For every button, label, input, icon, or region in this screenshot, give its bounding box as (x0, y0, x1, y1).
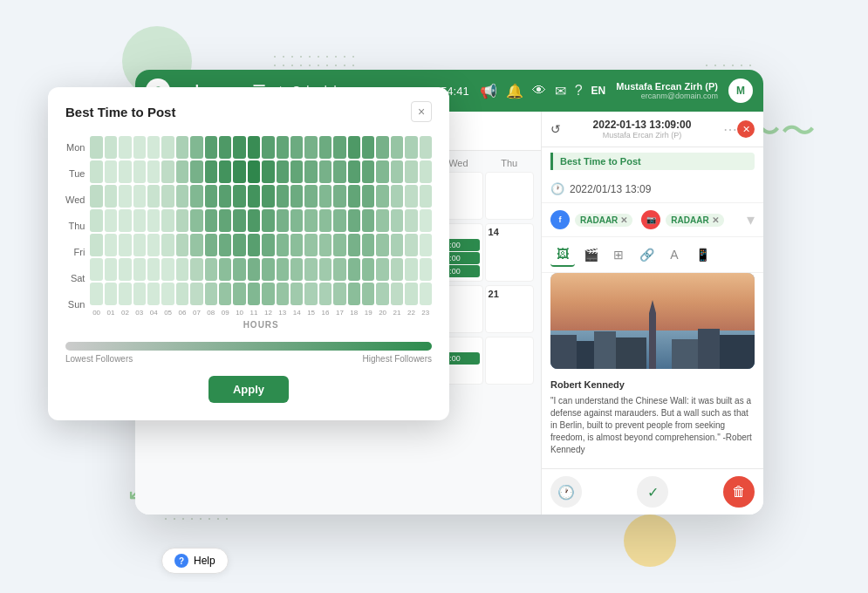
hm-cell-day5-hour12[interactable] (262, 258, 274, 281)
hm-cell-day0-hour9[interactable] (219, 136, 231, 159)
hm-cell-day3-hour11[interactable] (248, 209, 260, 232)
hm-cell-day2-hour11[interactable] (248, 185, 260, 208)
hm-cell-day0-hour22[interactable] (405, 136, 417, 159)
hm-cell-day3-hour13[interactable] (277, 209, 289, 232)
account-tag-close-2[interactable]: ✕ (712, 215, 719, 225)
hm-cell-day6-hour7[interactable] (190, 283, 202, 305)
hm-cell-day0-hour7[interactable] (190, 136, 202, 159)
hm-cell-day4-hour2[interactable] (119, 234, 131, 256)
hm-cell-day2-hour21[interactable] (391, 185, 403, 208)
hm-cell-day5-hour1[interactable] (105, 258, 117, 281)
hm-cell-day4-hour4[interactable] (147, 234, 160, 256)
hm-cell-day3-hour15[interactable] (304, 209, 317, 232)
hm-cell-day5-hour4[interactable] (147, 258, 160, 281)
cal-cell-21[interactable]: 21 (485, 285, 534, 333)
hm-cell-day1-hour18[interactable] (348, 160, 360, 183)
hm-cell-day3-hour1[interactable] (105, 209, 117, 232)
hm-cell-day5-hour10[interactable] (233, 258, 245, 281)
hm-cell-day2-hour9[interactable] (219, 185, 231, 208)
help-button[interactable]: ? Help (161, 548, 229, 574)
hm-cell-day3-hour19[interactable] (362, 209, 374, 232)
hm-cell-day3-hour8[interactable] (205, 209, 217, 232)
hm-cell-day2-hour7[interactable] (190, 185, 202, 208)
hm-cell-day1-hour8[interactable] (205, 160, 217, 183)
hm-cell-day0-hour17[interactable] (333, 136, 345, 159)
hm-cell-day6-hour12[interactable] (262, 283, 274, 305)
hm-cell-day6-hour6[interactable] (176, 283, 188, 305)
hm-cell-day6-hour18[interactable] (348, 283, 360, 305)
hm-cell-day2-hour14[interactable] (290, 185, 303, 208)
hm-cell-day6-hour5[interactable] (161, 283, 174, 305)
hm-cell-day4-hour14[interactable] (290, 234, 303, 256)
hm-cell-day0-hour15[interactable] (304, 136, 317, 159)
hm-cell-day2-hour3[interactable] (133, 185, 146, 208)
hm-cell-day3-hour21[interactable] (391, 209, 403, 232)
hm-cell-day4-hour22[interactable] (405, 234, 417, 256)
hm-cell-day5-hour16[interactable] (319, 258, 331, 281)
hm-cell-day4-hour11[interactable] (248, 234, 260, 256)
language-selector[interactable]: EN (591, 85, 606, 97)
cal-cell-14x[interactable]: 14 (485, 223, 534, 282)
hm-cell-day2-hour0[interactable] (90, 185, 102, 208)
hm-cell-day4-hour20[interactable] (376, 234, 388, 256)
hm-cell-day5-hour8[interactable] (205, 258, 217, 281)
hm-cell-day1-hour2[interactable] (119, 160, 131, 183)
hm-cell-day4-hour21[interactable] (391, 234, 403, 256)
hm-cell-day3-hour0[interactable] (90, 209, 102, 232)
hm-cell-day0-hour3[interactable] (133, 136, 146, 159)
hm-cell-day1-hour15[interactable] (304, 160, 317, 183)
hm-cell-day1-hour21[interactable] (391, 160, 403, 183)
hm-cell-day4-hour5[interactable] (161, 234, 174, 256)
account-tag-radaar-2[interactable]: RADAAR ✕ (666, 214, 723, 227)
hm-cell-day5-hour13[interactable] (277, 258, 289, 281)
hm-cell-day4-hour17[interactable] (333, 234, 345, 256)
media-tab-grid[interactable]: ⊞ (606, 242, 631, 267)
hm-cell-day5-hour2[interactable] (119, 258, 131, 281)
mail-icon[interactable]: ✉ (555, 83, 566, 99)
hm-cell-day2-hour8[interactable] (205, 185, 217, 208)
hm-cell-day6-hour23[interactable] (420, 283, 432, 305)
apply-button[interactable]: Apply (208, 376, 289, 403)
hm-cell-day0-hour23[interactable] (420, 136, 432, 159)
hm-cell-day1-hour0[interactable] (90, 160, 102, 183)
hm-cell-day6-hour22[interactable] (405, 283, 417, 305)
hm-cell-day2-hour12[interactable] (262, 185, 274, 208)
hm-cell-day3-hour18[interactable] (348, 209, 360, 232)
hm-cell-day5-hour11[interactable] (248, 258, 260, 281)
hm-cell-day3-hour4[interactable] (147, 209, 160, 232)
hm-cell-day2-hour15[interactable] (304, 185, 317, 208)
hm-cell-day5-hour6[interactable] (176, 258, 188, 281)
hm-cell-day3-hour7[interactable] (190, 209, 202, 232)
hm-cell-day4-hour1[interactable] (105, 234, 117, 256)
hm-cell-day6-hour21[interactable] (391, 283, 403, 305)
hm-cell-day6-hour15[interactable] (304, 283, 317, 305)
hm-cell-day6-hour17[interactable] (333, 283, 345, 305)
bttp-close-button[interactable]: × (411, 101, 432, 122)
schedule-button[interactable]: 🕐 (550, 476, 582, 508)
hm-cell-day0-hour16[interactable] (319, 136, 331, 159)
media-tab-mobile[interactable]: 📱 (690, 242, 714, 267)
hm-cell-day2-hour19[interactable] (362, 185, 374, 208)
hm-cell-day0-hour21[interactable] (391, 136, 403, 159)
hm-cell-day5-hour3[interactable] (133, 258, 146, 281)
hm-cell-day4-hour0[interactable] (90, 234, 102, 256)
question-icon[interactable]: ? (575, 83, 583, 99)
hm-cell-day5-hour21[interactable] (391, 258, 403, 281)
hm-cell-day1-hour5[interactable] (161, 160, 174, 183)
hm-cell-day0-hour5[interactable] (161, 136, 174, 159)
hm-cell-day0-hour1[interactable] (105, 136, 117, 159)
hm-cell-day4-hour10[interactable] (233, 234, 245, 256)
hm-cell-day1-hour11[interactable] (248, 160, 260, 183)
refresh-icon[interactable]: ↺ (550, 122, 561, 136)
hm-cell-day2-hour10[interactable] (233, 185, 245, 208)
hm-cell-day5-hour19[interactable] (362, 258, 374, 281)
hm-cell-day1-hour14[interactable] (290, 160, 303, 183)
hm-cell-day4-hour19[interactable] (362, 234, 374, 256)
hm-cell-day5-hour14[interactable] (290, 258, 303, 281)
delete-button[interactable]: 🗑 (723, 476, 755, 508)
hm-cell-day6-hour8[interactable] (205, 283, 217, 305)
hm-cell-day1-hour16[interactable] (319, 160, 331, 183)
account-tag-radaar-1[interactable]: RADAAR ✕ (575, 214, 632, 227)
hm-cell-day3-hour9[interactable] (219, 209, 231, 232)
hm-cell-day5-hour22[interactable] (405, 258, 417, 281)
